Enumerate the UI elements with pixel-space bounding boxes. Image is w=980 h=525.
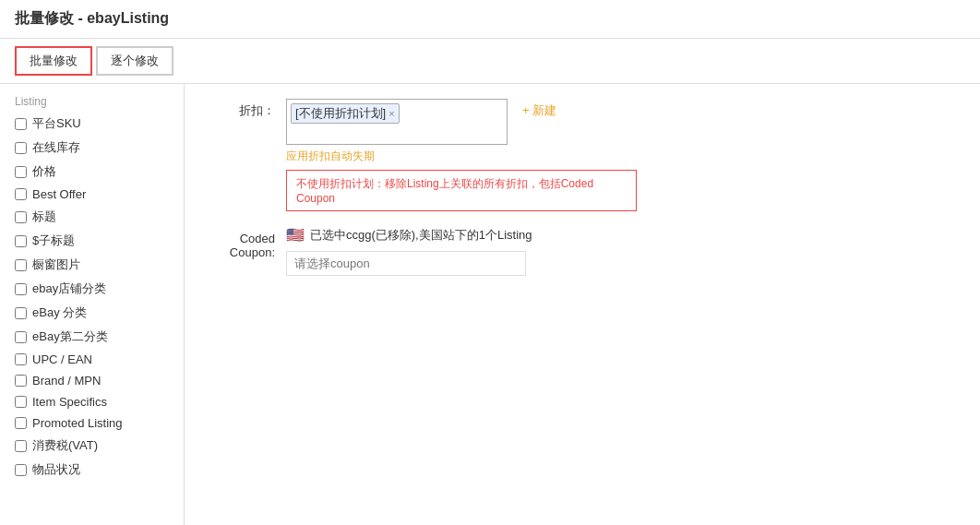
checkbox-upc-ean[interactable] [15, 353, 27, 365]
sidebar-label-dollar-title: $子标题 [32, 233, 75, 249]
discount-warning-box: 不使用折扣计划：移除Listing上关联的所有折扣，包括Coded Coupon [286, 170, 637, 211]
discount-field-content: [不使用折扣计划] × + 新建 应用折扣自动失期 不使用折扣计划：移除List… [286, 99, 962, 211]
discount-label: 折扣： [203, 99, 286, 119]
sidebar-item-brand-mpn[interactable]: Brand / MPN [0, 370, 184, 391]
sidebar-label-upc-ean: UPC / EAN [32, 352, 92, 366]
sidebar-item-consumption-tax[interactable]: 消费税(VAT) [0, 434, 184, 458]
discount-tag: [不使用折扣计划] × [291, 103, 400, 124]
checkbox-online-inventory[interactable] [15, 142, 27, 154]
checkbox-item-specifics[interactable] [15, 396, 27, 408]
checkbox-dollar-title[interactable] [15, 235, 27, 247]
checkbox-price[interactable] [15, 166, 27, 178]
sidebar-item-ebay-second-category[interactable]: eBay第二分类 [0, 325, 184, 349]
discount-tag-close[interactable]: × [388, 108, 394, 119]
checkbox-ebay-second-category[interactable] [15, 331, 27, 343]
discount-tag-label: [不使用折扣计划] [295, 105, 386, 122]
sidebar-item-price[interactable]: 价格 [0, 160, 184, 184]
sidebar-label-item-specifics: Item Specifics [32, 395, 107, 409]
sidebar-label-consumption-tax: 消费税(VAT) [32, 437, 98, 454]
page-header: 批量修改 - ebayListing [0, 0, 980, 39]
discount-field-row: 折扣： [不使用折扣计划] × + 新建 应用折扣自动失期 不使用折扣计划：移除… [203, 99, 962, 211]
sidebar-label-promoted-listing: Promoted Listing [32, 416, 123, 430]
page-title: 批量修改 - ebayListing [15, 9, 965, 29]
coded-coupon-label: Coded Coupon: [203, 226, 286, 259]
sidebar-item-dollar-title[interactable]: $子标题 [0, 229, 184, 253]
sidebar-label-item-condition: 物品状况 [32, 461, 80, 478]
sidebar-item-title[interactable]: 标题 [0, 205, 184, 229]
checkbox-ebay-store-category[interactable] [15, 283, 27, 295]
tab-batch[interactable]: 批量修改 [15, 46, 92, 76]
sidebar-item-platform-sku[interactable]: 平台SKU [0, 112, 184, 136]
sidebar-item-item-specifics[interactable]: Item Specifics [0, 391, 184, 412]
sidebar-item-ebay-category[interactable]: eBay 分类 [0, 301, 184, 325]
sidebar-item-best-offer[interactable]: Best Offer [0, 184, 184, 205]
sidebar: Listing 平台SKU 在线库存 价格 Best Offer 标题 $子标题… [0, 84, 185, 525]
sidebar-label-brand-mpn: Brand / MPN [32, 374, 101, 388]
coded-coupon-content: 🇺🇸 已选中ccgg(已移除),美国站下的1个Listing [286, 226, 962, 276]
coupon-selected-text: 已选中ccgg(已移除),美国站下的1个Listing [310, 227, 532, 244]
sidebar-label-ebay-second-category: eBay第二分类 [32, 328, 108, 345]
checkbox-item-condition[interactable] [15, 464, 27, 476]
discount-tag-input-box[interactable]: [不使用折扣计划] × [286, 99, 508, 145]
sidebar-label-ebay-category: eBay 分类 [32, 304, 87, 321]
sidebar-item-online-inventory[interactable]: 在线库存 [0, 136, 184, 160]
sidebar-group-label: Listing [0, 91, 184, 112]
checkbox-promoted-listing[interactable] [15, 417, 27, 429]
checkbox-brand-mpn[interactable] [15, 375, 27, 387]
checkbox-storefront-image[interactable] [15, 259, 27, 271]
sidebar-label-title: 标题 [32, 209, 56, 225]
sidebar-label-price: 价格 [32, 163, 56, 180]
tab-bar: 批量修改 逐个修改 [0, 39, 980, 84]
checkbox-platform-sku[interactable] [15, 118, 27, 130]
checkbox-ebay-category[interactable] [15, 307, 27, 319]
sidebar-item-upc-ean[interactable]: UPC / EAN [0, 349, 184, 370]
us-flag-icon: 🇺🇸 [286, 226, 305, 244]
coupon-selected-info: 🇺🇸 已选中ccgg(已移除),美国站下的1个Listing [286, 226, 962, 244]
sidebar-item-storefront-image[interactable]: 橱窗图片 [0, 253, 184, 277]
checkbox-consumption-tax[interactable] [15, 440, 27, 452]
sidebar-item-promoted-listing[interactable]: Promoted Listing [0, 412, 184, 434]
main-layout: Listing 平台SKU 在线库存 价格 Best Offer 标题 $子标题… [0, 84, 980, 525]
new-discount-link[interactable]: + 新建 [522, 99, 556, 119]
discount-tag-input[interactable] [403, 103, 477, 116]
sidebar-label-best-offer: Best Offer [32, 187, 86, 201]
sidebar-item-ebay-store-category[interactable]: ebay店铺分类 [0, 277, 184, 301]
sidebar-label-online-inventory: 在线库存 [32, 139, 80, 156]
sidebar-label-platform-sku: 平台SKU [32, 115, 81, 132]
coded-coupon-row: Coded Coupon: 🇺🇸 已选中ccgg(已移除),美国站下的1个Lis… [203, 226, 962, 276]
sidebar-label-storefront-image: 橱窗图片 [32, 257, 80, 273]
apply-expire-link[interactable]: 应用折扣自动失期 [286, 149, 962, 164]
sidebar-label-ebay-store-category: ebay店铺分类 [32, 280, 106, 297]
checkbox-title[interactable] [15, 211, 27, 223]
checkbox-best-offer[interactable] [15, 188, 27, 200]
coupon-select-input[interactable] [286, 251, 526, 276]
tab-individual[interactable]: 逐个修改 [96, 46, 173, 76]
content-area: 折扣： [不使用折扣计划] × + 新建 应用折扣自动失期 不使用折扣计划：移除… [185, 84, 980, 525]
sidebar-item-item-condition[interactable]: 物品状况 [0, 458, 184, 482]
